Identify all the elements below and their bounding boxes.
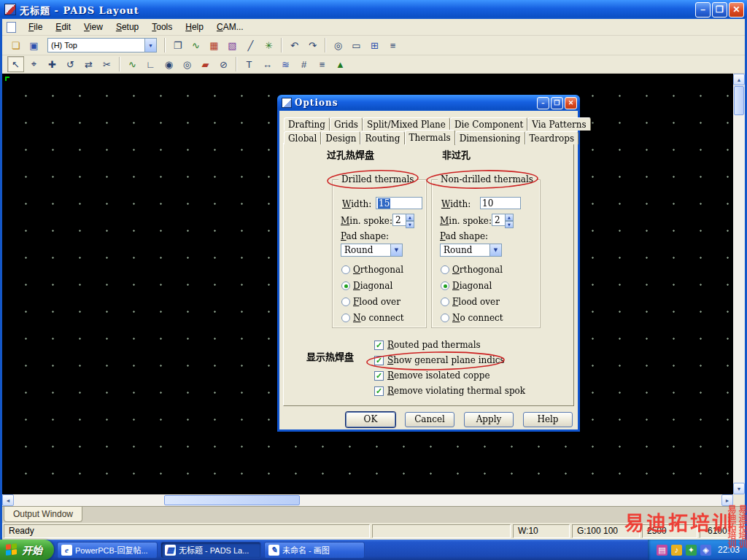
menu-edit[interactable]: Edit — [49, 20, 77, 34]
menu-view[interactable]: View — [77, 20, 109, 34]
taskbar-item-paint[interactable]: ✎ 未命名 - 画图 — [264, 542, 365, 559]
radio-diagonal[interactable]: Diagonal — [341, 281, 392, 291]
route-icon[interactable]: ∿ — [124, 56, 141, 72]
menu-cam[interactable]: CAM... — [210, 20, 250, 34]
dialog-maximize-button[interactable]: ❐ — [551, 97, 563, 109]
spin-up-icon[interactable]: ▲ — [406, 214, 414, 221]
width-input[interactable]: 10 — [480, 197, 521, 209]
chevron-down-icon[interactable]: ▼ — [489, 244, 501, 256]
pad-shape-select[interactable]: Round ▼ — [440, 244, 502, 257]
add-line-icon[interactable]: ╱ — [242, 37, 259, 53]
tab-dimensioning[interactable]: Dimensioning — [455, 131, 525, 144]
taskbar-item-pads-layout[interactable]: ▦ 无标题 - PADS La... — [160, 542, 261, 559]
layer-combo[interactable]: (H) Top ▼ — [47, 38, 157, 52]
copper-icon[interactable]: ▰ — [197, 56, 214, 72]
menu-tools[interactable]: Tools — [145, 20, 179, 34]
save-icon[interactable]: ▣ — [26, 37, 42, 53]
checkbox-remove-isolated-copper[interactable]: ✓ Remove isolated coppe — [374, 370, 490, 381]
tab-output-window[interactable]: Output Window — [4, 507, 82, 522]
dimension-icon[interactable]: ↔ — [259, 56, 276, 72]
chevron-down-icon[interactable]: ▼ — [390, 244, 402, 256]
dialog-close-button[interactable]: ✕ — [565, 97, 577, 109]
dialog-titlebar[interactable]: Options – ❐ ✕ — [277, 95, 580, 111]
scroll-up-icon[interactable]: ▲ — [733, 74, 745, 85]
min-spoke-stepper[interactable]: 2 ▲ ▼ — [492, 214, 514, 226]
input-method-icon[interactable]: ▤ — [657, 545, 667, 556]
start-button[interactable]: 开始 — [0, 540, 54, 560]
minimize-button[interactable]: – — [695, 2, 711, 18]
spin-down-icon[interactable]: ▼ — [505, 221, 514, 228]
rotate-icon[interactable]: ↺ — [62, 56, 79, 72]
add-icon[interactable]: ✚ — [44, 56, 61, 72]
scroll-down-icon[interactable]: ▼ — [733, 483, 745, 494]
tab-thermals[interactable]: Thermals — [405, 130, 455, 145]
apply-button[interactable]: Apply — [464, 412, 514, 427]
open-folder-icon[interactable]: ❏ — [7, 37, 24, 53]
via-icon[interactable]: ◉ — [160, 56, 177, 72]
tab-teardrops[interactable]: Teardrops — [525, 131, 579, 144]
dialog-minimize-button[interactable]: – — [537, 97, 549, 109]
horizontal-scroll-thumb[interactable] — [164, 495, 300, 505]
spin-up-icon[interactable]: ▲ — [505, 214, 514, 221]
drc-icon[interactable]: ▲ — [332, 56, 349, 72]
scroll-left-icon[interactable]: ◄ — [2, 494, 14, 506]
radio-flood-over[interactable]: Flood over — [441, 297, 500, 307]
toolbar-separator — [236, 57, 237, 71]
vertical-scrollbar[interactable]: ▲ ▼ — [733, 74, 745, 494]
redo-icon[interactable]: ↷ — [304, 37, 321, 53]
spin-down-icon[interactable]: ▼ — [406, 221, 414, 228]
network-icon[interactable]: ◈ — [700, 545, 711, 556]
zoom-icon[interactable]: ◎ — [330, 37, 347, 53]
keepout-icon[interactable]: ⊘ — [215, 56, 232, 72]
list-icon[interactable]: ≡ — [314, 56, 330, 72]
layers-icon[interactable]: ▦ — [206, 37, 222, 53]
corner-icon[interactable]: ∟ — [142, 56, 159, 72]
close-button[interactable]: ✕ — [729, 2, 744, 18]
min-spoke-stepper[interactable]: 2 ▲ ▼ — [392, 214, 414, 226]
vertical-scroll-thumb[interactable] — [734, 86, 744, 115]
radio-diagonal[interactable]: Diagonal — [441, 281, 492, 291]
radio-orthogonal[interactable]: Orthogonal — [441, 265, 503, 275]
volume-icon[interactable]: ♪ — [671, 545, 682, 556]
cancel-button[interactable]: Cancel — [405, 412, 454, 427]
hatch-icon[interactable]: ≋ — [277, 56, 294, 72]
checkbox-remove-violating-thermal-spokes[interactable]: ✓ Remove violating thermal spok — [374, 386, 525, 396]
radio-no-connect[interactable]: No connect — [341, 313, 404, 323]
undo-icon[interactable]: ↶ — [286, 37, 303, 53]
mirror-icon[interactable]: ⇄ — [80, 56, 97, 72]
macro-icon[interactable]: ≡ — [384, 37, 401, 53]
copy-icon[interactable]: ❐ — [169, 37, 186, 53]
menu-setup[interactable]: Setup — [109, 20, 145, 34]
maximize-button[interactable]: ❐ — [712, 2, 727, 18]
pad-shape-select[interactable]: Round ▼ — [341, 244, 403, 257]
checkbox-routed-pad-thermals[interactable]: ✓ Routed pad thermals — [374, 340, 481, 350]
text-icon[interactable]: T — [241, 56, 258, 72]
cluster-icon[interactable]: ✳ — [260, 37, 277, 53]
spreadsheet-icon[interactable]: ⊞ — [366, 37, 383, 53]
route-mode-icon[interactable]: ∿ — [187, 37, 204, 53]
tab-global[interactable]: Global — [284, 131, 321, 144]
grid-icon[interactable]: # — [295, 56, 312, 72]
tab-design[interactable]: Design — [321, 131, 360, 144]
min-spoke-label: Min. spoke: — [341, 216, 392, 226]
help-button[interactable]: Help — [523, 412, 573, 427]
select-icon[interactable]: ↖ — [7, 56, 24, 72]
tab-routing[interactable]: Routing — [360, 131, 404, 144]
width-input[interactable]: 15 — [376, 197, 422, 209]
menu-file[interactable]: File — [22, 20, 49, 34]
taskbar-item-browser[interactable]: e PowerPCB-回复帖... — [57, 542, 158, 559]
radio-orthogonal[interactable]: Orthogonal — [341, 265, 403, 275]
antivirus-icon[interactable]: ✦ — [686, 545, 697, 556]
chevron-down-icon[interactable]: ▼ — [144, 39, 156, 52]
checkbox-show-general-plane-indicators[interactable]: ✓ Show general plane indics — [374, 355, 505, 365]
cut-icon[interactable]: ✂ — [98, 56, 115, 72]
radio-flood-over[interactable]: Flood over — [341, 297, 400, 307]
pad-icon[interactable]: ◎ — [179, 56, 196, 72]
menu-help[interactable]: Help — [179, 20, 210, 34]
origin-icon[interactable]: ⌖ — [26, 56, 42, 72]
board-outline-icon[interactable]: ▭ — [348, 37, 365, 53]
radio-no-connect[interactable]: No connect — [441, 313, 503, 323]
photo-view-icon[interactable]: ▧ — [224, 37, 241, 53]
horizontal-scrollbar[interactable]: ◄ ► — [2, 494, 733, 506]
ok-button[interactable]: OK — [346, 412, 395, 427]
